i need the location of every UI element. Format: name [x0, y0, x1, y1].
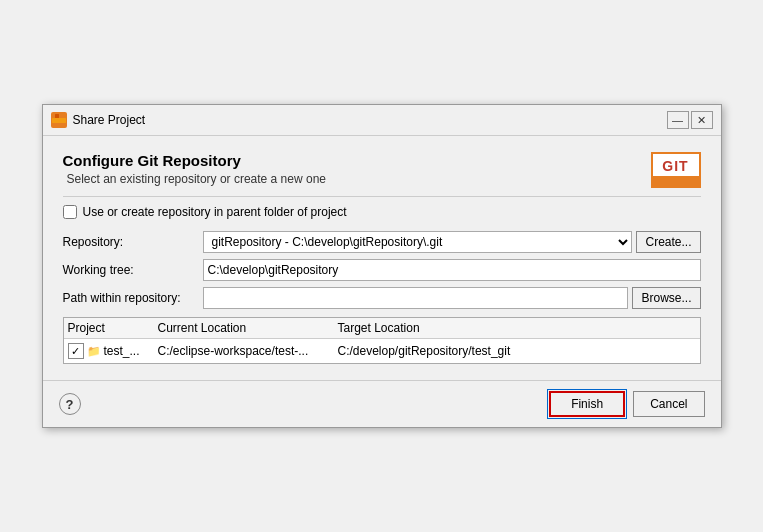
parent-folder-checkbox[interactable]	[63, 205, 77, 219]
separator-1	[63, 196, 701, 197]
project-name: test_...	[104, 344, 140, 358]
dialog-content: Configure Git Repository Select an exist…	[43, 136, 721, 380]
folder-icon: 📁	[87, 345, 101, 358]
section-subtitle: Select an existing repository or create …	[67, 172, 326, 186]
git-logo-text: GIT	[662, 158, 688, 174]
table-row[interactable]: ✓ 📁 test_... C:/eclipse-workspace/test-.…	[64, 339, 700, 363]
path-row: Path within repository: Browse...	[63, 287, 701, 309]
git-logo-bar	[653, 176, 699, 186]
share-project-dialog: Share Project — ✕ Configure Git Reposito…	[42, 104, 722, 428]
footer-left: ?	[59, 393, 81, 415]
footer-right: Finish Cancel	[549, 391, 704, 417]
window-controls: — ✕	[667, 111, 713, 129]
checkmark-icon: ✓	[71, 345, 80, 358]
parent-folder-label: Use or create repository in parent folde…	[83, 205, 347, 219]
repository-input-group: gitRepository - C:\develop\gitRepository…	[203, 231, 701, 253]
browse-button[interactable]: Browse...	[632, 287, 700, 309]
table-header: Project Current Location Target Location	[64, 318, 700, 339]
repository-row: Repository: gitRepository - C:\develop\g…	[63, 231, 701, 253]
col-header-current: Current Location	[158, 321, 338, 335]
working-tree-row: Working tree:	[63, 259, 701, 281]
path-input[interactable]	[203, 287, 629, 309]
working-tree-input-group	[203, 259, 701, 281]
minimize-button[interactable]: —	[667, 111, 689, 129]
close-button[interactable]: ✕	[691, 111, 713, 129]
cell-project: ✓ 📁 test_...	[68, 343, 158, 359]
title-bar: Share Project — ✕	[43, 105, 721, 136]
row-checkbox[interactable]: ✓	[68, 343, 84, 359]
working-tree-input[interactable]	[203, 259, 701, 281]
svg-rect-1	[55, 114, 59, 118]
projects-table: Project Current Location Target Location…	[63, 317, 701, 364]
finish-button[interactable]: Finish	[549, 391, 625, 417]
help-button[interactable]: ?	[59, 393, 81, 415]
section-title: Configure Git Repository	[63, 152, 326, 169]
git-logo: GIT	[651, 152, 701, 188]
cancel-button[interactable]: Cancel	[633, 391, 704, 417]
col-header-project: Project	[68, 321, 158, 335]
title-bar-left: Share Project	[51, 112, 146, 128]
repository-select[interactable]: gitRepository - C:\develop\gitRepository…	[203, 231, 633, 253]
cell-target-location: C:/develop/gitRepository/test_git	[338, 344, 696, 358]
repository-label: Repository:	[63, 235, 203, 249]
dialog-footer: ? Finish Cancel	[43, 380, 721, 427]
app-icon	[51, 112, 67, 128]
col-header-target: Target Location	[338, 321, 696, 335]
path-label: Path within repository:	[63, 291, 203, 305]
path-input-group: Browse...	[203, 287, 701, 309]
window-title: Share Project	[73, 113, 146, 127]
header-text-group: Configure Git Repository Select an exist…	[63, 152, 326, 186]
create-button[interactable]: Create...	[636, 231, 700, 253]
section-header: Configure Git Repository Select an exist…	[63, 152, 701, 188]
parent-folder-checkbox-row: Use or create repository in parent folde…	[63, 205, 701, 219]
svg-rect-2	[52, 118, 66, 123]
working-tree-label: Working tree:	[63, 263, 203, 277]
cell-current-location: C:/eclipse-workspace/test-...	[158, 344, 338, 358]
